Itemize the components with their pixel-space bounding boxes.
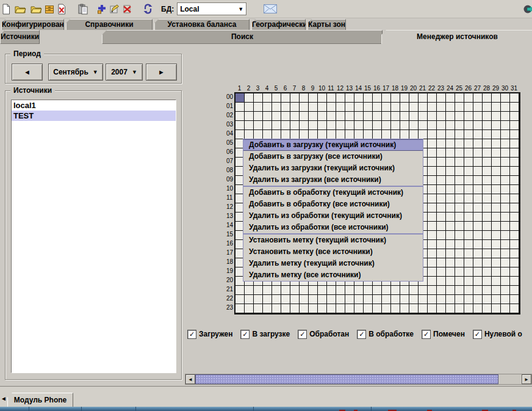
grid-cell-11-27[interactable]	[473, 194, 483, 203]
grid-cell-16-29[interactable]	[492, 240, 501, 249]
grid-cell-04-1[interactable]	[235, 130, 245, 139]
grid-cell-06-29[interactable]	[492, 148, 501, 158]
new-document-icon[interactable]	[1, 3, 11, 15]
grid-cell-07-30[interactable]	[501, 158, 510, 167]
primary-tab[interactable]: Установка баланса	[154, 19, 250, 30]
grid-cell-03-29[interactable]	[492, 121, 501, 130]
grid-cell-03-20[interactable]	[409, 121, 419, 130]
grid-cell-02-13[interactable]	[345, 112, 354, 121]
grid-cell-00-30[interactable]	[501, 93, 510, 103]
grid-cell-21-12[interactable]	[336, 286, 345, 295]
grid-cell-22-12[interactable]	[336, 295, 345, 304]
grid-cell-19-26[interactable]	[464, 267, 473, 277]
grid-cell-15-25[interactable]	[455, 231, 464, 240]
grid-cell-00-17[interactable]	[382, 93, 391, 103]
grid-cell-22-10[interactable]	[318, 295, 327, 304]
grid-cell-18-22[interactable]	[428, 258, 437, 267]
grid-cell-01-27[interactable]	[473, 103, 483, 112]
grid-cell-02-6[interactable]	[281, 112, 290, 121]
grid-cell-22-11[interactable]	[327, 295, 336, 304]
grid-cell-04-24[interactable]	[446, 130, 455, 139]
grid-cell-03-15[interactable]	[364, 121, 373, 130]
grid-cell-04-2[interactable]	[245, 130, 254, 139]
grid-cell-02-26[interactable]	[464, 112, 473, 121]
secondary-tab[interactable]: Поиск	[102, 30, 383, 44]
grid-cell-04-17[interactable]	[382, 130, 391, 139]
grid-cell-22-21[interactable]	[419, 295, 428, 304]
grid-cell-22-2[interactable]	[245, 295, 254, 304]
open-folder-icon[interactable]	[31, 3, 42, 15]
grid-cell-08-29[interactable]	[492, 167, 501, 176]
month-combobox[interactable]: Сентябрь ▼	[48, 64, 103, 81]
grid-cell-09-22[interactable]	[428, 176, 437, 185]
grid-cell-23-7[interactable]	[290, 304, 300, 313]
grid-cell-02-12[interactable]	[336, 112, 345, 121]
grid-cell-18-30[interactable]	[501, 258, 510, 267]
grid-cell-12-31[interactable]	[510, 203, 519, 213]
db-combobox[interactable]: Local ▼	[177, 2, 246, 15]
grid-cell-04-7[interactable]	[290, 130, 300, 139]
grid-cell-12-25[interactable]	[455, 203, 464, 213]
primary-tab[interactable]: Географические коды	[251, 19, 306, 30]
previous-month-button[interactable]: ◄	[12, 64, 43, 81]
grid-cell-01-9[interactable]	[309, 103, 318, 112]
grid-cell-22-14[interactable]	[354, 295, 364, 304]
grid-cell-19-24[interactable]	[446, 267, 455, 277]
grid-cell-15-27[interactable]	[473, 231, 483, 240]
grid-cell-15-30[interactable]	[501, 231, 510, 240]
grid-cell-01-19[interactable]	[400, 103, 409, 112]
grid-cell-01-23[interactable]	[437, 103, 446, 112]
scroll-left-button[interactable]: ◄	[185, 374, 195, 384]
grid-cell-22-3[interactable]	[254, 295, 263, 304]
grid-cell-22-30[interactable]	[501, 295, 510, 304]
grid-cell-21-21[interactable]	[419, 286, 428, 295]
grid-cell-15-23[interactable]	[437, 231, 446, 240]
grid-cell-23-15[interactable]	[364, 304, 373, 313]
grid-cell-13-25[interactable]	[455, 213, 464, 222]
grid-cell-06-30[interactable]	[501, 148, 510, 158]
grid-cell-02-5[interactable]	[272, 112, 281, 121]
grid-cell-17-29[interactable]	[492, 249, 501, 258]
grid-cell-18-24[interactable]	[446, 258, 455, 267]
grid-cell-20-26[interactable]	[464, 277, 473, 286]
grid-cell-02-29[interactable]	[492, 112, 501, 121]
scrollbar-track[interactable]	[498, 374, 522, 384]
grid-cell-03-28[interactable]	[483, 121, 492, 130]
grid-cell-03-9[interactable]	[309, 121, 318, 130]
grid-cell-21-5[interactable]	[272, 286, 281, 295]
checkbox-checked-icon[interactable]: ✓	[187, 330, 196, 339]
menu-item[interactable]: Добавить в обработку (текущий источник)	[243, 187, 423, 198]
grid-cell-23-26[interactable]	[464, 304, 473, 313]
grid-cell-04-3[interactable]	[254, 130, 263, 139]
grid-cell-15-26[interactable]	[464, 231, 473, 240]
grid-cell-11-28[interactable]	[483, 194, 492, 203]
grid-cell-01-14[interactable]	[354, 103, 364, 112]
archive-icon[interactable]	[45, 3, 54, 15]
grid-cell-14-28[interactable]	[483, 222, 492, 231]
grid-cell-01-22[interactable]	[428, 103, 437, 112]
menu-item[interactable]: Удалить из загрузки (все источники)	[243, 174, 423, 186]
grid-cell-03-26[interactable]	[464, 121, 473, 130]
grid-cell-05-27[interactable]	[473, 139, 483, 148]
grid-cell-15-22[interactable]	[428, 231, 437, 240]
grid-cell-08-22[interactable]	[428, 167, 437, 176]
grid-cell-00-16[interactable]	[373, 93, 382, 103]
grid-cell-20-29[interactable]	[492, 277, 501, 286]
module-tab-phone[interactable]: Модуль Phone	[7, 393, 73, 407]
menu-item[interactable]: Удалить из обработки (все источники)	[243, 222, 423, 233]
paste-icon[interactable]	[77, 3, 88, 15]
grid-cell-23-10[interactable]	[318, 304, 327, 313]
grid-cell-07-22[interactable]	[428, 158, 437, 167]
grid-cell-01-21[interactable]	[419, 103, 428, 112]
grid-cell-03-21[interactable]	[419, 121, 428, 130]
grid-cell-01-24[interactable]	[446, 103, 455, 112]
grid-cell-11-26[interactable]	[464, 194, 473, 203]
grid-cell-22-1[interactable]	[235, 295, 245, 304]
grid-cell-21-11[interactable]	[327, 286, 336, 295]
grid-cell-21-6[interactable]	[281, 286, 290, 295]
grid-cell-08-27[interactable]	[473, 167, 483, 176]
status-filter[interactable]: ✓ В обработке	[357, 330, 414, 339]
grid-cell-01-20[interactable]	[409, 103, 419, 112]
grid-cell-17-31[interactable]	[510, 249, 519, 258]
grid-cell-07-29[interactable]	[492, 158, 501, 167]
